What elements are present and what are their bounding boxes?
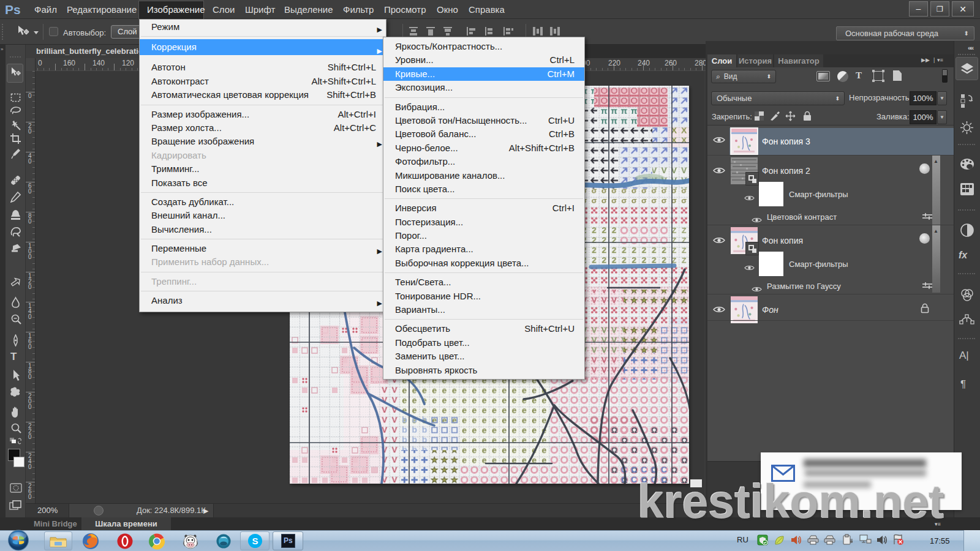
svg-text:S: S [252, 536, 258, 546]
